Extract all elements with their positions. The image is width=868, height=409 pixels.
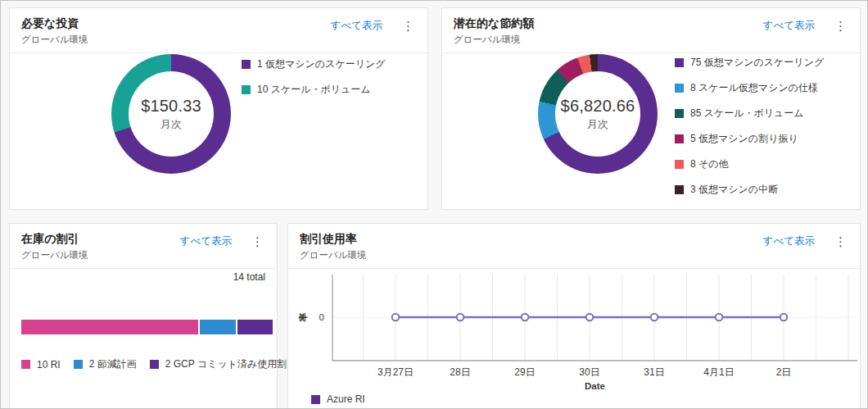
legend-label: 75 仮想マシンのスケーリング <box>690 56 824 70</box>
x-tick-label: 2日 <box>776 366 792 378</box>
card-subtitle: グローバル環境 <box>21 249 265 261</box>
card-actions: すべて表示 ⋮ <box>180 234 267 248</box>
more-options-button[interactable]: ⋮ <box>399 20 418 32</box>
bar-segment <box>200 320 235 334</box>
more-options-icon: ⋮ <box>834 234 847 248</box>
x-tick-label: 4月1日 <box>703 366 734 378</box>
legend-item: 1 仮想マシンのスケーリング <box>242 57 386 71</box>
card-header: 潜在的な節約額 グローバル環境 すべて表示 ⋮ <box>442 8 860 53</box>
more-options-button[interactable]: ⋮ <box>831 235 850 248</box>
legend-label: 2 節減計画 <box>89 357 137 371</box>
donut-center-label: 月次 <box>160 117 182 132</box>
card-header: 必要な投資 グローバル環境 すべて表示 ⋮ <box>10 8 427 53</box>
view-all-link[interactable]: すべて表示 <box>331 19 382 33</box>
data-point-marker[interactable] <box>586 314 594 321</box>
donut-center-value: $6,820.66 <box>561 97 635 116</box>
y-axis-title: 率 <box>298 313 308 323</box>
legend-swatch <box>242 60 251 69</box>
legend-label: 1 仮想マシンのスケーリング <box>257 57 386 71</box>
legend-label: 8 その他 <box>690 157 729 171</box>
card-inventory-discounts: 在庫の割引 グローバル環境 すべて表示 ⋮ 14 total 10 RI 2 節… <box>9 223 278 409</box>
legend-item: 10 スケール・ボリューム <box>242 83 386 97</box>
x-tick-label: 31日 <box>644 366 664 378</box>
legend-swatch <box>675 185 684 194</box>
legend-swatch <box>675 134 684 143</box>
donut-center-value: $150.33 <box>141 97 201 116</box>
x-tick-label: 29日 <box>514 366 535 378</box>
card-subtitle: グローバル環境 <box>300 249 848 261</box>
total-count-label: 14 total <box>233 271 265 283</box>
dashboard: 必要な投資 グローバル環境 すべて表示 ⋮ $150.33 月次 1 仮想マシン… <box>0 0 868 409</box>
legend-item: 8 その他 <box>675 157 824 171</box>
data-point-marker[interactable] <box>522 314 529 321</box>
x-axis-title: Date <box>585 381 605 391</box>
view-all-link[interactable]: すべて表示 <box>180 234 232 248</box>
more-options-icon: ⋮ <box>402 19 414 33</box>
more-options-icon: ⋮ <box>834 19 847 33</box>
donut-chart-investment: $150.33 月次 <box>111 54 231 174</box>
card-potential-savings: 潜在的な節約額 グローバル環境 すべて表示 ⋮ $6,820.66 月次 75 … <box>441 7 861 210</box>
legend-label: 85 スケール・ボリューム <box>690 107 804 120</box>
data-point-marker[interactable] <box>392 314 400 321</box>
legend-label: Azure RI <box>327 393 365 405</box>
legend-label: 5 仮想マシンの割り振り <box>690 132 798 146</box>
donut-legend-savings: 75 仮想マシンのスケーリング 8 スケール仮想マシンの仕様 85 スケール・ボ… <box>675 56 824 208</box>
legend-label: 8 スケール仮想マシンの仕様 <box>690 81 818 95</box>
legend-swatch <box>675 109 684 118</box>
donut-legend-investment: 1 仮想マシンのスケーリング 10 スケール・ボリューム <box>242 57 386 108</box>
donut-center-label: 月次 <box>587 117 608 132</box>
legend-item: 10 RI <box>21 357 61 371</box>
line-chart-legend: Azure RI <box>311 393 365 405</box>
x-tick-label: 3月27日 <box>377 366 414 378</box>
more-options-button[interactable]: ⋮ <box>248 235 267 248</box>
x-tick-label: 30日 <box>579 366 599 378</box>
legend-item: 75 仮想マシンのスケーリング <box>675 56 824 70</box>
card-subtitle: グローバル環境 <box>454 34 848 46</box>
donut-center: $6,820.66 月次 <box>555 71 640 157</box>
legend-swatch <box>311 395 320 404</box>
legend-item: 85 スケール・ボリューム <box>675 107 824 120</box>
y-tick-label: 0 <box>319 312 324 322</box>
legend-label: 3 仮想マシンの中断 <box>690 183 778 197</box>
legend-swatch <box>21 360 30 369</box>
legend-item: 5 仮想マシンの割り振り <box>675 132 824 146</box>
bar-legend: 10 RI 2 節減計画 2 GCP コミット済み使用割引 <box>21 357 296 371</box>
legend-label: 10 スケール・ボリューム <box>257 83 371 97</box>
line-chart: 3月27日28日29日30日31日4月1日2日0率Date <box>288 270 861 393</box>
more-options-button[interactable]: ⋮ <box>831 20 850 32</box>
data-point-marker[interactable] <box>780 314 788 321</box>
x-tick-label: 28日 <box>450 366 470 378</box>
card-header: 在庫の割引 グローバル環境 すべて表示 ⋮ <box>10 224 277 269</box>
bar-segment <box>21 320 198 334</box>
legend-swatch <box>150 360 159 369</box>
card-subtitle: グローバル環境 <box>21 34 416 46</box>
bar-segment <box>237 320 273 334</box>
legend-item: 8 スケール仮想マシンの仕様 <box>675 81 824 95</box>
card-header: 割引使用率 グローバル環境 すべて表示 ⋮ <box>288 224 860 269</box>
donut-chart-savings: $6,820.66 月次 <box>538 54 658 174</box>
legend-item: 2 GCP コミット済み使用割引 <box>150 357 297 371</box>
card-actions: すべて表示 ⋮ <box>331 19 418 33</box>
view-all-link[interactable]: すべて表示 <box>763 19 815 33</box>
legend-swatch <box>675 84 684 93</box>
data-point-marker[interactable] <box>716 314 723 321</box>
data-point-marker[interactable] <box>457 314 464 321</box>
data-point-marker[interactable] <box>651 314 658 321</box>
card-actions: すべて表示 ⋮ <box>763 19 850 33</box>
legend-item: 3 仮想マシンの中断 <box>675 183 824 197</box>
card-required-investment: 必要な投資 グローバル環境 すべて表示 ⋮ $150.33 月次 1 仮想マシン… <box>9 7 428 210</box>
legend-label: 10 RI <box>37 359 61 370</box>
donut-center: $150.33 月次 <box>129 71 214 157</box>
card-discount-utilization: 割引使用率 グローバル環境 すべて表示 ⋮ 3月27日28日29日30日31日4… <box>287 223 861 409</box>
legend-label: 2 GCP コミット済み使用割引 <box>165 357 297 371</box>
legend-swatch <box>675 58 684 67</box>
more-options-icon: ⋮ <box>251 234 264 248</box>
legend-item: 2 節減計画 <box>74 357 137 371</box>
legend-swatch <box>74 360 83 369</box>
stacked-bar-chart <box>21 320 273 334</box>
card-actions: すべて表示 ⋮ <box>763 234 850 248</box>
view-all-link[interactable]: すべて表示 <box>763 234 815 248</box>
legend-swatch <box>242 85 251 94</box>
legend-swatch <box>675 160 684 169</box>
